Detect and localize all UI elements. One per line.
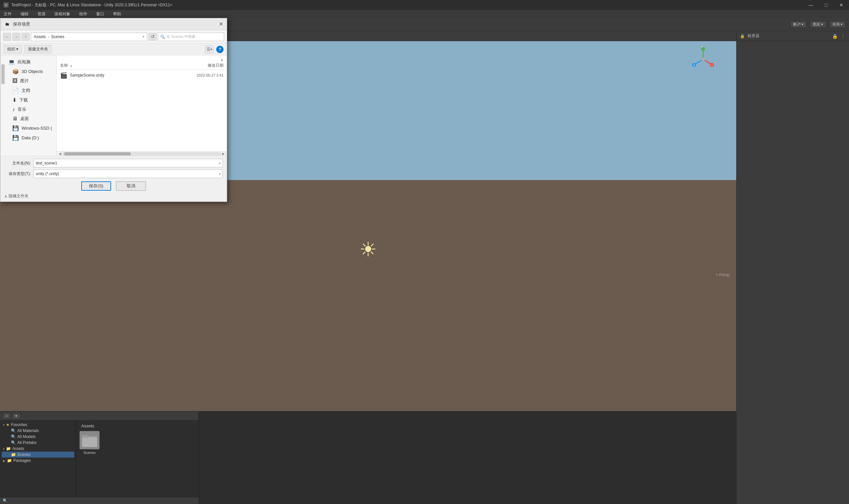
col-date-header: 修改日期 [170, 63, 223, 68]
path-dropdown[interactable]: ▾ [143, 35, 144, 38]
sort-arrow: ▴ [70, 64, 72, 67]
horizontal-scrollbar[interactable]: ◀ ▶ [57, 151, 227, 156]
path-home: Assets [34, 35, 46, 39]
dialog-footer: 文件名(N): test_scene1 ▾ 保存类型(T): unity (*.… [0, 156, 227, 202]
hidden-folders-row: ∧ 隐藏文件夹 [4, 193, 223, 199]
hidden-folders-toggle[interactable]: ∧ 隐藏文件夹 [4, 193, 29, 199]
filename-value: test_scene1 [36, 161, 57, 165]
path-separator: › [48, 35, 49, 39]
forward-button[interactable]: → [12, 33, 20, 41]
help-button[interactable]: ? [216, 46, 223, 53]
dialog-sidebar: 💻 此电脑 📦 3D Objects 🖼 图片 📄 文档 [0, 55, 57, 156]
filename-input[interactable]: test_scene1 ▾ [34, 159, 223, 167]
search-placeholder: 在 Scenes 中搜索 [166, 34, 195, 39]
filename-label: 文件名(N): [4, 161, 31, 166]
dialog-addressbar: ← → ↑ Assets › Scenes ▾ ↺ 🔍 在 Scenes 中搜索 [0, 30, 227, 43]
back-button[interactable]: ← [3, 33, 11, 41]
dialog-titlebar: 🖿 保存场景 ✕ [0, 18, 227, 30]
filetype-row: 保存类型(T): unity (*.unity) ▾ [4, 169, 223, 178]
organize-button[interactable]: 组织 ▾ [4, 45, 22, 53]
pc-label: 此电脑 [18, 59, 31, 65]
path-current: Scenes [51, 35, 64, 39]
filename-row: 文件名(N): test_scene1 ▾ [4, 159, 223, 167]
documents-label: 文档 [21, 88, 30, 93]
filelist-container: ▲ 名称 ▴ 修改日期 🎬 SampleScene.unity 2022-05-… [57, 55, 227, 156]
file-name: SampleScene.unity [70, 73, 171, 77]
dialog-close-button[interactable]: ✕ [218, 21, 224, 28]
music-icon: ♪ [12, 106, 15, 112]
dialog-filelist: ▲ 名称 ▴ 修改日期 🎬 SampleScene.unity 2022-05-… [57, 55, 227, 151]
scroll-thumb [1, 64, 5, 84]
desktop-icon: 🖥 [12, 116, 18, 122]
cancel-button[interactable]: 取消 [116, 181, 146, 191]
footer-buttons: 保存(S) 取消 [4, 181, 223, 191]
sidebar-desktop[interactable]: 🖥 桌面 [4, 114, 56, 123]
pc-icon: 💻 [8, 59, 15, 65]
dialog-title-icon: 🖿 [4, 21, 10, 28]
view-dropdown-icon: ▾ [211, 48, 212, 51]
table-row[interactable]: 🎬 SampleScene.unity 2022-05-27 2:41 [58, 70, 225, 80]
up-button[interactable]: ↑ [21, 33, 30, 41]
dialog-toolbar: 组织 ▾ 新建文件夹 ☰ ▾ ? [0, 43, 227, 55]
save-button[interactable]: 保存(S) [81, 181, 111, 191]
view-icon: ☰ [206, 47, 211, 52]
filetype-label: 保存类型(T): [4, 171, 31, 177]
dialog-title: 保存场景 [13, 21, 30, 27]
dialog-body: 💻 此电脑 📦 3D Objects 🖼 图片 📄 文档 [0, 55, 227, 156]
sort-up-arrow: ▲ [220, 58, 223, 61]
search-icon: 🔍 [160, 35, 165, 39]
hidden-folders-label: 隐藏文件夹 [8, 193, 29, 199]
save-dialog: 🖿 保存场景 ✕ ← → ↑ Assets › Scenes ▾ ↺ 🔍 在 S… [0, 18, 227, 202]
documents-icon: 📄 [12, 87, 19, 93]
sidebar-data-d[interactable]: 💾 Data (D:) [4, 133, 56, 143]
filename-dropdown-icon: ▾ [219, 161, 220, 165]
new-folder-button[interactable]: 新建文件夹 [24, 45, 52, 53]
downloads-icon: ⬇ [12, 97, 17, 103]
search-box[interactable]: 🔍 在 Scenes 中搜索 [158, 33, 224, 41]
hscroll-thumb [64, 152, 131, 156]
sidebar-windows-ssd[interactable]: 💾 Windows-SSD ( [4, 123, 56, 133]
filetype-value: unity (*.unity) [36, 172, 59, 176]
windows-ssd-label: Windows-SSD ( [21, 126, 52, 131]
hscroll-track [63, 152, 221, 156]
col-name-header: 名称 ▴ [60, 63, 170, 68]
downloads-label: 下载 [19, 97, 28, 103]
data-d-icon: 💾 [12, 134, 19, 141]
sidebar-pictures[interactable]: 🖼 图片 [4, 76, 56, 86]
view-button[interactable]: ☰ ▾ [205, 46, 214, 53]
windows-ssd-icon: 💾 [12, 125, 19, 131]
filetype-dropdown-icon: ▾ [219, 172, 220, 176]
hscroll-right-btn[interactable]: ▶ [221, 152, 226, 156]
3dobjects-label: 3D Objects [21, 69, 43, 74]
sidebar-pc[interactable]: 💻 此电脑 [4, 57, 56, 67]
refresh-button[interactable]: ↺ [149, 33, 157, 41]
sidebar-documents[interactable]: 📄 文档 [4, 86, 56, 95]
dialog-overlay: 🖿 保存场景 ✕ ← → ↑ Assets › Scenes ▾ ↺ 🔍 在 S… [0, 0, 849, 504]
filelist-header[interactable]: 名称 ▴ 修改日期 [58, 61, 225, 70]
pictures-label: 图片 [20, 78, 29, 84]
file-icon: 🎬 [60, 72, 67, 79]
sidebar-music[interactable]: ♪ 音乐 [4, 105, 56, 114]
pictures-icon: 🖼 [12, 78, 18, 84]
desktop-label: 桌面 [20, 116, 29, 122]
3dobjects-icon: 📦 [12, 68, 19, 75]
hidden-arrow-icon: ∧ [4, 194, 7, 199]
data-d-label: Data (D:) [21, 135, 39, 140]
address-path[interactable]: Assets › Scenes ▾ [31, 33, 147, 41]
filetype-select[interactable]: unity (*.unity) ▾ [34, 169, 223, 178]
music-label: 音乐 [18, 106, 26, 112]
file-date: 2022-05-27 2:41 [174, 73, 223, 77]
sidebar-3dobjects[interactable]: 📦 3D Objects [4, 67, 56, 76]
sidebar-downloads[interactable]: ⬇ 下载 [4, 95, 56, 105]
hscroll-left-btn[interactable]: ◀ [57, 152, 63, 156]
